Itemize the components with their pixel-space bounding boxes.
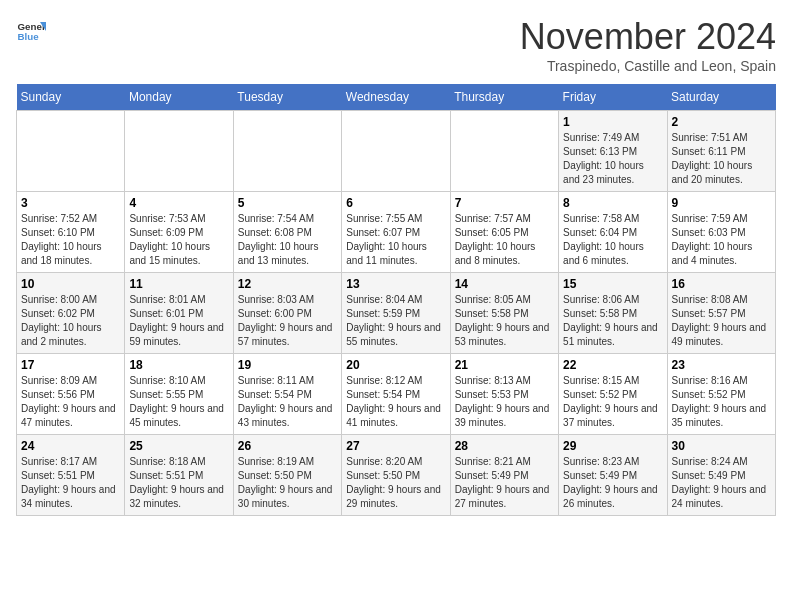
location-subtitle: Traspinedo, Castille and Leon, Spain xyxy=(520,58,776,74)
day-number: 24 xyxy=(21,439,120,453)
day-number: 6 xyxy=(346,196,445,210)
day-info: Sunrise: 8:13 AM Sunset: 5:53 PM Dayligh… xyxy=(455,374,554,430)
day-number: 5 xyxy=(238,196,337,210)
weekday-header-wednesday: Wednesday xyxy=(342,84,450,111)
calendar-table: SundayMondayTuesdayWednesdayThursdayFrid… xyxy=(16,84,776,516)
calendar-cell: 7Sunrise: 7:57 AM Sunset: 6:05 PM Daylig… xyxy=(450,192,558,273)
day-info: Sunrise: 8:17 AM Sunset: 5:51 PM Dayligh… xyxy=(21,455,120,511)
calendar-cell: 11Sunrise: 8:01 AM Sunset: 6:01 PM Dayli… xyxy=(125,273,233,354)
day-info: Sunrise: 7:52 AM Sunset: 6:10 PM Dayligh… xyxy=(21,212,120,268)
day-info: Sunrise: 8:20 AM Sunset: 5:50 PM Dayligh… xyxy=(346,455,445,511)
day-info: Sunrise: 8:11 AM Sunset: 5:54 PM Dayligh… xyxy=(238,374,337,430)
day-number: 7 xyxy=(455,196,554,210)
day-info: Sunrise: 8:09 AM Sunset: 5:56 PM Dayligh… xyxy=(21,374,120,430)
calendar-cell: 9Sunrise: 7:59 AM Sunset: 6:03 PM Daylig… xyxy=(667,192,775,273)
calendar-cell: 21Sunrise: 8:13 AM Sunset: 5:53 PM Dayli… xyxy=(450,354,558,435)
calendar-cell: 1Sunrise: 7:49 AM Sunset: 6:13 PM Daylig… xyxy=(559,111,667,192)
calendar-cell xyxy=(450,111,558,192)
day-number: 4 xyxy=(129,196,228,210)
calendar-cell: 23Sunrise: 8:16 AM Sunset: 5:52 PM Dayli… xyxy=(667,354,775,435)
day-number: 27 xyxy=(346,439,445,453)
day-info: Sunrise: 7:57 AM Sunset: 6:05 PM Dayligh… xyxy=(455,212,554,268)
calendar-cell xyxy=(17,111,125,192)
day-number: 28 xyxy=(455,439,554,453)
day-number: 19 xyxy=(238,358,337,372)
day-number: 8 xyxy=(563,196,662,210)
month-title: November 2024 xyxy=(520,16,776,58)
day-number: 15 xyxy=(563,277,662,291)
day-number: 9 xyxy=(672,196,771,210)
day-number: 20 xyxy=(346,358,445,372)
day-info: Sunrise: 8:24 AM Sunset: 5:49 PM Dayligh… xyxy=(672,455,771,511)
day-number: 17 xyxy=(21,358,120,372)
calendar-cell: 30Sunrise: 8:24 AM Sunset: 5:49 PM Dayli… xyxy=(667,435,775,516)
day-number: 25 xyxy=(129,439,228,453)
logo-icon: General Blue xyxy=(16,16,46,46)
day-info: Sunrise: 8:03 AM Sunset: 6:00 PM Dayligh… xyxy=(238,293,337,349)
logo: General Blue xyxy=(16,16,46,46)
weekday-header-saturday: Saturday xyxy=(667,84,775,111)
page-header: General Blue November 2024 Traspinedo, C… xyxy=(16,16,776,74)
day-number: 12 xyxy=(238,277,337,291)
day-number: 11 xyxy=(129,277,228,291)
weekday-header-thursday: Thursday xyxy=(450,84,558,111)
day-info: Sunrise: 7:51 AM Sunset: 6:11 PM Dayligh… xyxy=(672,131,771,187)
day-info: Sunrise: 8:19 AM Sunset: 5:50 PM Dayligh… xyxy=(238,455,337,511)
calendar-cell xyxy=(233,111,341,192)
calendar-cell xyxy=(342,111,450,192)
day-info: Sunrise: 8:16 AM Sunset: 5:52 PM Dayligh… xyxy=(672,374,771,430)
weekday-header-friday: Friday xyxy=(559,84,667,111)
day-info: Sunrise: 8:00 AM Sunset: 6:02 PM Dayligh… xyxy=(21,293,120,349)
day-number: 29 xyxy=(563,439,662,453)
calendar-cell: 4Sunrise: 7:53 AM Sunset: 6:09 PM Daylig… xyxy=(125,192,233,273)
day-info: Sunrise: 8:23 AM Sunset: 5:49 PM Dayligh… xyxy=(563,455,662,511)
calendar-cell: 26Sunrise: 8:19 AM Sunset: 5:50 PM Dayli… xyxy=(233,435,341,516)
day-info: Sunrise: 7:49 AM Sunset: 6:13 PM Dayligh… xyxy=(563,131,662,187)
day-number: 3 xyxy=(21,196,120,210)
calendar-cell: 18Sunrise: 8:10 AM Sunset: 5:55 PM Dayli… xyxy=(125,354,233,435)
day-number: 2 xyxy=(672,115,771,129)
calendar-cell: 6Sunrise: 7:55 AM Sunset: 6:07 PM Daylig… xyxy=(342,192,450,273)
day-info: Sunrise: 7:55 AM Sunset: 6:07 PM Dayligh… xyxy=(346,212,445,268)
calendar-cell: 28Sunrise: 8:21 AM Sunset: 5:49 PM Dayli… xyxy=(450,435,558,516)
calendar-cell: 12Sunrise: 8:03 AM Sunset: 6:00 PM Dayli… xyxy=(233,273,341,354)
day-info: Sunrise: 8:05 AM Sunset: 5:58 PM Dayligh… xyxy=(455,293,554,349)
day-number: 22 xyxy=(563,358,662,372)
weekday-header-monday: Monday xyxy=(125,84,233,111)
calendar-cell: 5Sunrise: 7:54 AM Sunset: 6:08 PM Daylig… xyxy=(233,192,341,273)
day-info: Sunrise: 8:10 AM Sunset: 5:55 PM Dayligh… xyxy=(129,374,228,430)
calendar-cell: 14Sunrise: 8:05 AM Sunset: 5:58 PM Dayli… xyxy=(450,273,558,354)
calendar-cell: 29Sunrise: 8:23 AM Sunset: 5:49 PM Dayli… xyxy=(559,435,667,516)
day-number: 21 xyxy=(455,358,554,372)
day-info: Sunrise: 8:06 AM Sunset: 5:58 PM Dayligh… xyxy=(563,293,662,349)
day-info: Sunrise: 8:21 AM Sunset: 5:49 PM Dayligh… xyxy=(455,455,554,511)
day-number: 1 xyxy=(563,115,662,129)
calendar-cell: 24Sunrise: 8:17 AM Sunset: 5:51 PM Dayli… xyxy=(17,435,125,516)
weekday-header-tuesday: Tuesday xyxy=(233,84,341,111)
calendar-cell: 2Sunrise: 7:51 AM Sunset: 6:11 PM Daylig… xyxy=(667,111,775,192)
day-info: Sunrise: 7:53 AM Sunset: 6:09 PM Dayligh… xyxy=(129,212,228,268)
calendar-cell xyxy=(125,111,233,192)
day-number: 26 xyxy=(238,439,337,453)
day-number: 10 xyxy=(21,277,120,291)
calendar-cell: 27Sunrise: 8:20 AM Sunset: 5:50 PM Dayli… xyxy=(342,435,450,516)
day-info: Sunrise: 8:01 AM Sunset: 6:01 PM Dayligh… xyxy=(129,293,228,349)
day-number: 18 xyxy=(129,358,228,372)
day-number: 16 xyxy=(672,277,771,291)
day-info: Sunrise: 8:18 AM Sunset: 5:51 PM Dayligh… xyxy=(129,455,228,511)
day-info: Sunrise: 7:59 AM Sunset: 6:03 PM Dayligh… xyxy=(672,212,771,268)
day-info: Sunrise: 7:58 AM Sunset: 6:04 PM Dayligh… xyxy=(563,212,662,268)
day-info: Sunrise: 7:54 AM Sunset: 6:08 PM Dayligh… xyxy=(238,212,337,268)
day-number: 14 xyxy=(455,277,554,291)
calendar-cell: 10Sunrise: 8:00 AM Sunset: 6:02 PM Dayli… xyxy=(17,273,125,354)
weekday-header-sunday: Sunday xyxy=(17,84,125,111)
calendar-cell: 13Sunrise: 8:04 AM Sunset: 5:59 PM Dayli… xyxy=(342,273,450,354)
day-info: Sunrise: 8:08 AM Sunset: 5:57 PM Dayligh… xyxy=(672,293,771,349)
day-number: 13 xyxy=(346,277,445,291)
calendar-cell: 17Sunrise: 8:09 AM Sunset: 5:56 PM Dayli… xyxy=(17,354,125,435)
svg-text:Blue: Blue xyxy=(18,31,40,42)
day-info: Sunrise: 8:15 AM Sunset: 5:52 PM Dayligh… xyxy=(563,374,662,430)
calendar-cell: 25Sunrise: 8:18 AM Sunset: 5:51 PM Dayli… xyxy=(125,435,233,516)
calendar-cell: 16Sunrise: 8:08 AM Sunset: 5:57 PM Dayli… xyxy=(667,273,775,354)
calendar-cell: 8Sunrise: 7:58 AM Sunset: 6:04 PM Daylig… xyxy=(559,192,667,273)
